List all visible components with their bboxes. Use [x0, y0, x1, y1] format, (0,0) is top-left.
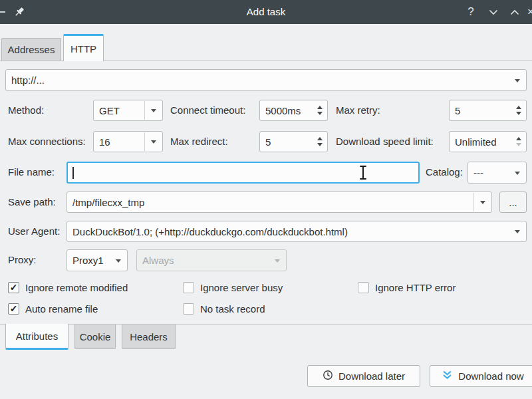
- titlebar[interactable]: Add task ? ×: [0, 0, 532, 24]
- chevron-down-icon[interactable]: [151, 140, 156, 144]
- checkbox-label: Auto rename file: [25, 303, 98, 315]
- checkbox-auto-rename-file[interactable]: ✓ Auto rename file: [8, 302, 98, 315]
- spin-arrows[interactable]: [511, 100, 526, 120]
- checkbox-no-task-record[interactable]: No task record: [183, 302, 265, 315]
- checkbox-icon[interactable]: ✓: [8, 303, 19, 315]
- checkbox-ignore-server-busy[interactable]: Ignore server busy: [183, 281, 283, 294]
- proxy-label: Proxy:: [8, 249, 37, 271]
- download-now-label: Download now: [458, 370, 523, 382]
- tab-cookie-label: Cookie: [80, 331, 111, 342]
- method-combobox[interactable]: GET: [93, 100, 163, 121]
- browse-label: ...: [509, 197, 517, 208]
- speed-limit-spinbox[interactable]: Unlimited: [449, 131, 527, 152]
- spin-arrows[interactable]: [511, 132, 526, 152]
- user-agent-combobox[interactable]: DuckDuckBot/1.0; (+http://duckduckgo.com…: [66, 221, 527, 242]
- spin-up-icon[interactable]: [317, 106, 323, 109]
- spin-down-icon[interactable]: [317, 143, 323, 146]
- spin-down-icon[interactable]: [516, 143, 521, 146]
- proxy-value: Proxy1: [72, 255, 104, 266]
- add-task-dialog: { "titlebar": { "title": "Add task", "he…: [0, 0, 532, 399]
- url-value: http://...: [11, 74, 45, 86]
- max-redirect-value: 5: [265, 136, 271, 148]
- download-later-button[interactable]: Download later: [307, 365, 420, 387]
- save-path-value: /tmp/filecxx_tmp: [72, 197, 144, 208]
- checkbox-icon[interactable]: ✓: [8, 282, 19, 293]
- chevron-down-icon[interactable]: [515, 172, 520, 175]
- chevron-down-icon[interactable]: [116, 259, 121, 263]
- user-agent-value: DuckDuckBot/1.0; (+http://duckduckgo.com…: [72, 226, 348, 237]
- proxy-mode-value: Always: [142, 255, 174, 266]
- checkbox-label: Ignore remote modified: [25, 282, 128, 293]
- close-button[interactable]: ×: [524, 0, 532, 24]
- tab-attributes-label: Attributes: [16, 331, 58, 342]
- max-connections-label: Max connections:: [8, 131, 86, 152]
- chevron-down-icon[interactable]: [480, 201, 485, 204]
- spin-up-icon[interactable]: [317, 137, 323, 140]
- chevron-down-icon[interactable]: [515, 79, 520, 82]
- chevron-down-icon[interactable]: [485, 0, 502, 24]
- save-path-label: Save path:: [8, 192, 56, 213]
- spin-arrows[interactable]: [313, 100, 327, 120]
- max-connections-value: 16: [99, 136, 110, 148]
- max-retry-label: Max retry:: [336, 100, 380, 121]
- max-connections-combobox[interactable]: 16: [93, 131, 163, 152]
- checkbox-icon[interactable]: [358, 282, 369, 293]
- user-agent-label: User Agent:: [8, 221, 60, 242]
- catalog-label: Catalog:: [426, 162, 463, 183]
- chevron-down-icon[interactable]: [151, 109, 156, 112]
- checkbox-icon[interactable]: [183, 303, 194, 315]
- text-caret: [72, 167, 74, 179]
- tab-http[interactable]: HTTP: [63, 34, 104, 61]
- catalog-combobox[interactable]: ---: [467, 162, 527, 184]
- file-name-label: File name:: [8, 162, 55, 183]
- speed-limit-label: Download speed limit:: [336, 131, 434, 152]
- download-later-label: Download later: [338, 370, 405, 382]
- clock-icon: [323, 370, 333, 382]
- method-label: Method:: [8, 100, 44, 121]
- checkbox-label: Ignore server busy: [200, 282, 283, 293]
- download-now-button[interactable]: Download now: [430, 365, 532, 387]
- spin-up-icon[interactable]: [516, 106, 521, 109]
- double-chevron-down-icon: [442, 370, 453, 382]
- speed-limit-value: Unlimited: [455, 136, 497, 148]
- tab-attributes[interactable]: Attributes: [5, 324, 68, 350]
- chevron-down-icon: [275, 259, 280, 263]
- url-combobox[interactable]: http://...: [5, 69, 527, 91]
- chevron-up-icon[interactable]: [506, 0, 523, 24]
- tab-headers[interactable]: Headers: [122, 325, 176, 349]
- max-redirect-label: Max redirect:: [170, 131, 228, 152]
- checkbox-ignore-http-error[interactable]: Ignore HTTP error: [358, 281, 456, 294]
- tab-addresses[interactable]: Addresses: [1, 38, 61, 61]
- tab-http-label: HTTP: [70, 43, 96, 55]
- save-path-combobox[interactable]: /tmp/filecxx_tmp: [66, 192, 492, 213]
- method-value: GET: [99, 105, 120, 116]
- max-redirect-spinbox[interactable]: 5: [259, 131, 328, 152]
- window-title: Add task: [0, 0, 532, 24]
- proxy-combobox[interactable]: Proxy1: [66, 249, 128, 271]
- checkbox-ignore-remote-modified[interactable]: ✓ Ignore remote modified: [8, 281, 128, 294]
- catalog-value: ---: [473, 167, 483, 178]
- tab-headers-label: Headers: [130, 331, 168, 342]
- checkbox-icon[interactable]: [183, 282, 194, 293]
- connect-timeout-label: Connect timeout:: [170, 100, 245, 121]
- connect-timeout-value: 5000ms: [265, 105, 301, 116]
- spin-arrows[interactable]: [313, 132, 327, 152]
- connect-timeout-spinbox[interactable]: 5000ms: [259, 100, 328, 121]
- chevron-down-icon[interactable]: [515, 230, 520, 233]
- browse-button[interactable]: ...: [499, 192, 527, 213]
- tab-cookie[interactable]: Cookie: [74, 325, 116, 349]
- max-retry-value: 5: [455, 105, 460, 116]
- max-retry-spinbox[interactable]: 5: [449, 100, 527, 121]
- proxy-mode-combobox: Always: [136, 249, 287, 271]
- spin-down-icon[interactable]: [317, 112, 323, 115]
- tab-addresses-label: Addresses: [8, 44, 55, 55]
- help-button[interactable]: ?: [462, 0, 479, 24]
- checkbox-label: No task record: [200, 303, 265, 315]
- spin-down-icon[interactable]: [516, 112, 521, 115]
- spin-up-icon[interactable]: [516, 137, 521, 140]
- checkbox-label: Ignore HTTP error: [375, 282, 456, 293]
- ibeam-cursor: [358, 165, 368, 182]
